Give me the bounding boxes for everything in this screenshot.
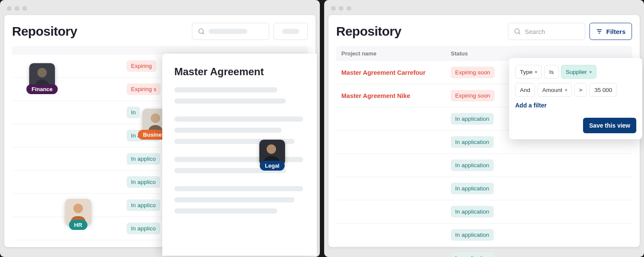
- status-badge: Expiring soon: [451, 67, 495, 78]
- search-placeholder: Search: [525, 28, 545, 35]
- search-input-skeleton[interactable]: [192, 23, 269, 40]
- avatar-label: Finance: [26, 84, 58, 94]
- skeleton: [209, 29, 247, 34]
- svg-point-10: [515, 29, 519, 34]
- filter-op[interactable]: Is: [544, 65, 559, 79]
- skeleton: [282, 29, 299, 34]
- filters-button[interactable]: Filters: [589, 23, 632, 40]
- search-icon: [197, 28, 205, 35]
- add-filter-link[interactable]: Add a filter: [515, 102, 547, 109]
- svg-point-0: [199, 29, 204, 34]
- skeleton: [174, 87, 277, 92]
- status-badge: In application: [451, 229, 494, 241]
- filter-op[interactable]: >: [574, 83, 587, 97]
- status-badge: In applico: [127, 199, 160, 211]
- filter-value-input[interactable]: 35 000: [589, 83, 617, 97]
- filters-button-skeleton[interactable]: [273, 23, 308, 40]
- dot-icon: [22, 6, 27, 11]
- table-row[interactable]: In application: [336, 247, 632, 257]
- skeleton: [174, 128, 282, 133]
- column-status: Status: [451, 50, 468, 57]
- skeleton: [174, 116, 303, 122]
- status-badge: In application: [451, 136, 494, 148]
- dot-icon: [346, 6, 351, 11]
- page-title: Repository: [336, 24, 401, 39]
- skeleton: [174, 186, 303, 191]
- skeleton: [174, 208, 277, 214]
- dot-icon: [7, 6, 12, 11]
- status-badge: In application: [451, 206, 494, 217]
- status-badge: Expiring soon: [451, 90, 495, 101]
- window-dots: [4, 4, 316, 15]
- window-dots: [328, 4, 640, 15]
- pane-right: Repository Search Filters Project name S…: [324, 0, 644, 257]
- svg-line-1: [203, 33, 204, 34]
- filter-field-select[interactable]: Amount: [538, 83, 572, 97]
- svg-rect-14: [598, 33, 600, 34]
- table-row[interactable]: In application: [336, 177, 632, 200]
- detail-panel: Master Agreement: [162, 54, 317, 256]
- dot-icon: [331, 6, 336, 11]
- svg-point-7: [73, 204, 83, 213]
- column-project: Project name: [341, 50, 377, 57]
- detail-title: Master Agreement: [174, 66, 305, 78]
- table-row[interactable]: In application: [336, 200, 632, 223]
- svg-point-3: [37, 68, 47, 77]
- avatar: HR: [65, 199, 91, 225]
- status-badge: In application: [451, 113, 494, 125]
- svg-point-5: [151, 113, 160, 123]
- status-badge: In application: [451, 159, 494, 171]
- search-input[interactable]: Search: [508, 23, 585, 40]
- filters-label: Filters: [606, 28, 626, 35]
- status-badge: Expiring: [127, 60, 156, 72]
- app-window-right: Repository Search Filters Project name S…: [328, 15, 640, 247]
- filter-field-select[interactable]: Type: [515, 65, 542, 79]
- avatar: Legal: [259, 140, 285, 165]
- project-name: Master Agreement Nike: [341, 92, 410, 99]
- filter-panel: Type Is Supplier And Amount > 35 000 Add…: [509, 58, 642, 139]
- status-badge: In: [127, 107, 140, 118]
- filter-icon: [596, 28, 603, 35]
- status-badge: Expiring s: [127, 83, 161, 95]
- save-view-button[interactable]: Save this view: [583, 118, 636, 133]
- pane-left: Repository Expiring: [0, 0, 320, 257]
- table-row[interactable]: In application: [336, 223, 632, 247]
- svg-point-9: [267, 144, 276, 154]
- status-badge: In applico: [127, 223, 160, 234]
- avatar: Finance: [29, 63, 55, 89]
- search-icon: [513, 28, 521, 35]
- avatar-label: Legal: [260, 161, 285, 171]
- status-badge: In application: [451, 183, 494, 194]
- dot-icon: [15, 6, 19, 11]
- page-title: Repository: [12, 24, 77, 39]
- avatar-label: HR: [69, 220, 88, 230]
- status-badge: In application: [451, 252, 494, 257]
- project-name: Master Agreement Carrefour: [341, 69, 425, 76]
- skeleton: [174, 197, 295, 202]
- dot-icon: [339, 6, 343, 11]
- svg-rect-13: [598, 31, 601, 32]
- skeleton: [174, 98, 286, 104]
- svg-line-11: [519, 33, 520, 34]
- status-badge: In applico: [127, 176, 160, 188]
- svg-rect-12: [597, 29, 602, 30]
- filter-value-select[interactable]: Supplier: [561, 65, 597, 79]
- filter-conj[interactable]: And: [515, 83, 535, 97]
- status-badge: In applico: [127, 153, 160, 165]
- table-row[interactable]: In application: [336, 154, 632, 177]
